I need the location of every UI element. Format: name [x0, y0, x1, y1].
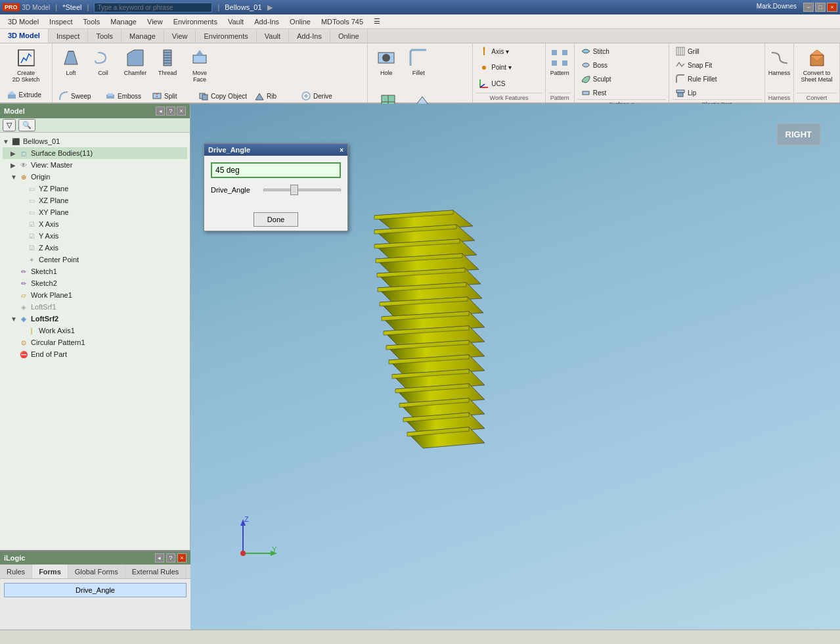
done-button[interactable]: Done	[254, 212, 298, 227]
tree-item-bellows01[interactable]: ▼ ⬛ Bellows_01	[3, 135, 187, 147]
rest-button[interactable]: Rest	[577, 86, 623, 99]
drive-angle-slider[interactable]	[263, 183, 341, 196]
loft-button[interactable]: Loft	[55, 45, 87, 88]
tree-item-center-point[interactable]: ✦ Center Point	[3, 254, 187, 265]
coil-button[interactable]: Coil	[87, 45, 119, 88]
ribbon-group-create: Loft Coil Chamfer	[53, 43, 368, 103]
copy-object-button[interactable]: Copy Object	[195, 89, 250, 103]
keyword-search[interactable]	[94, 3, 212, 12]
rule-fillet-button[interactable]: Rule Fillet	[672, 72, 720, 85]
tab-environments[interactable]: Environments	[196, 29, 256, 43]
model-filter-button[interactable]: ▽	[3, 119, 16, 131]
tree-item-origin[interactable]: ▼ ⊕ Origin	[3, 171, 187, 183]
menu-manage[interactable]: Manage	[105, 16, 142, 27]
model-tree[interactable]: ▼ ⬛ Bellows_01 ▶ ◻ Surface Bodies(11) ▶ …	[0, 133, 190, 550]
derive-button[interactable]: Derive	[298, 89, 343, 103]
grill-button[interactable]: Grill	[672, 45, 718, 58]
lip-button[interactable]: Lip	[672, 86, 718, 99]
tab-vault[interactable]: Vault	[257, 29, 289, 43]
tree-item-loftsrf1[interactable]: ◈ LoftSrf1	[3, 301, 187, 313]
sweep-button[interactable]: Sweep	[55, 89, 101, 103]
menu-mdtools[interactable]: MDTools 745	[316, 16, 368, 27]
convert-sheet-metal-button[interactable]: Convert toSheet Metal	[796, 45, 838, 88]
model-pin-button[interactable]: ◂	[156, 106, 165, 116]
tree-item-y-axis[interactable]: ☑ Y Axis	[3, 230, 187, 242]
dialog-close-button[interactable]: ×	[340, 147, 343, 154]
point-button[interactable]: Point ▾	[475, 61, 521, 74]
pattern-button[interactable]: Pattern	[544, 45, 575, 88]
ribbon-group-work: Axis ▾ Point ▾ UCS Work Features	[473, 43, 545, 103]
tab-manage[interactable]: Manage	[122, 29, 164, 43]
tree-item-work-axis1[interactable]: | Work Axis1	[3, 325, 187, 336]
tree-item-workplane1[interactable]: ▱ Work Plane1	[3, 289, 187, 301]
menu-addins[interactable]: Add-Ins	[249, 16, 284, 27]
ilogic-tab-external-rules[interactable]: External Rules	[125, 564, 187, 578]
drive-angle-form-button[interactable]: Drive_Angle	[4, 583, 187, 597]
axis-button[interactable]: Axis ▾	[475, 45, 521, 58]
model-close-button[interactable]: ×	[177, 106, 186, 116]
minimize-button[interactable]: −	[803, 3, 814, 12]
snap-fit-button[interactable]: Snap Fit	[672, 58, 718, 72]
hole-button[interactable]: Hole	[370, 45, 402, 88]
ilogic-tab-rules[interactable]: Rules	[0, 564, 32, 578]
model-help-button[interactable]: ?	[166, 106, 175, 116]
menu-3d-model[interactable]: 3D Model	[3, 16, 44, 27]
thread-button[interactable]: Thread	[152, 45, 183, 88]
menu-extra[interactable]: ☰	[368, 16, 386, 27]
hole-label: Hole	[380, 70, 393, 76]
close-button[interactable]: ×	[827, 3, 837, 12]
tree-item-loftsrf2[interactable]: ▼ ◈ LoftSrf2	[3, 313, 187, 325]
ilogic-tab-global-forms[interactable]: Global Forms	[68, 564, 125, 578]
tab-3d-model[interactable]: 3D Model	[0, 29, 49, 43]
extrude-button[interactable]: Extrude	[3, 88, 49, 101]
menu-vault[interactable]: Vault	[223, 16, 249, 27]
tree-item-view-master[interactable]: ▶ 👁 View: Master	[3, 159, 187, 171]
emboss-button[interactable]: Emboss	[102, 89, 148, 103]
chamfer-label: Chamfer	[124, 70, 147, 76]
boss-button[interactable]: Boss	[577, 58, 623, 72]
harness-button[interactable]: Harness	[764, 45, 795, 88]
tree-item-sketch2[interactable]: ✏ Sketch2	[3, 277, 187, 289]
tree-item-end-of-part[interactable]: ⛔ End of Part	[3, 348, 187, 360]
tab-addins[interactable]: Add-Ins	[289, 29, 330, 43]
tree-item-circular-pattern1[interactable]: ⊙ Circular Pattern1	[3, 336, 187, 348]
tab-online[interactable]: Online	[330, 29, 368, 43]
tab-tools[interactable]: Tools	[88, 29, 122, 43]
ilogic-help-button[interactable]: ?	[166, 553, 175, 563]
menu-view[interactable]: View	[142, 16, 168, 27]
xy-plane-icon: ▭	[26, 207, 37, 218]
menu-tools[interactable]: Tools	[78, 16, 106, 27]
chamfer-button[interactable]: Chamfer	[120, 45, 151, 88]
ucs-button[interactable]: UCS	[475, 77, 521, 90]
rib-button[interactable]: Rib	[251, 89, 297, 103]
3d-viewport[interactable]: Drive_Angle × Drive_Angle Done RIGHT	[190, 104, 840, 644]
drive-angle-input[interactable]	[211, 162, 341, 178]
tree-item-surface-bodies[interactable]: ▶ ◻ Surface Bodies(11)	[3, 147, 187, 159]
move-face-button[interactable]: Move Face	[184, 45, 215, 88]
maximize-button[interactable]: □	[815, 3, 826, 12]
svg-text:Z: Z	[244, 515, 249, 523]
split-button[interactable]: Split	[148, 89, 194, 103]
fillet-button[interactable]: Fillet	[403, 45, 434, 88]
slider-thumb[interactable]	[290, 185, 298, 195]
tree-item-z-axis[interactable]: ☑ Z Axis	[3, 242, 187, 254]
orientation-label[interactable]: RIGHT	[777, 124, 820, 145]
ilogic-pin-button[interactable]: ◂	[155, 553, 164, 563]
tree-item-x-axis[interactable]: ☑ X Axis	[3, 218, 187, 230]
model-search-button[interactable]: 🔍	[18, 119, 35, 131]
menu-online[interactable]: Online	[284, 16, 316, 27]
tree-item-xy-plane[interactable]: ▭ XY Plane	[3, 206, 187, 218]
menu-inspect[interactable]: Inspect	[44, 16, 77, 27]
tree-item-sketch1[interactable]: ✏ Sketch1	[3, 265, 187, 277]
menu-environments[interactable]: Environments	[168, 16, 223, 27]
ilogic-tab-forms[interactable]: Forms	[32, 564, 68, 578]
tree-item-xz-plane[interactable]: ▭ XZ Plane	[3, 195, 187, 206]
tree-item-yz-plane[interactable]: ▭ YZ Plane	[3, 183, 187, 195]
stitch-button[interactable]: Stitch	[577, 45, 623, 58]
sculpt-button[interactable]: Sculpt	[577, 72, 623, 85]
ilogic-close-button[interactable]: ×	[177, 553, 187, 563]
create-2d-sketch-button[interactable]: Create2D Sketch	[7, 45, 46, 88]
dialog-header[interactable]: Drive_Angle ×	[204, 144, 347, 156]
tab-inspect[interactable]: Inspect	[49, 29, 88, 43]
tab-view[interactable]: View	[164, 29, 196, 43]
